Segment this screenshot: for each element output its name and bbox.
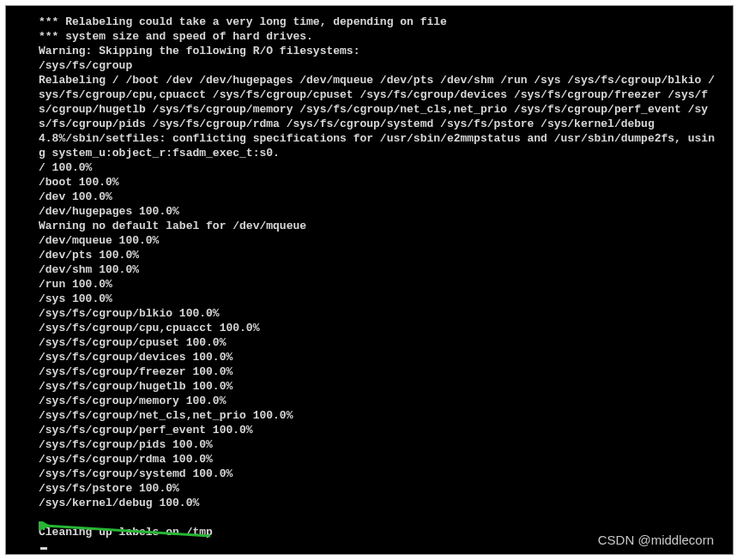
terminal-line: /sys/fs/cgroup/cpu,cpuacct 100.0% xyxy=(39,321,721,335)
terminal-line: *** system size and speed of hard drives… xyxy=(39,29,721,44)
terminal-line: /sys/fs/cgroup/hugetlb 100.0% xyxy=(39,379,721,394)
terminal-line: /sys/fs/cgroup/net_cls,net_prio 100.0% xyxy=(39,408,721,423)
terminal-line: /sys/kernel/debug 100.0% xyxy=(39,496,721,510)
terminal-line: /sys/fs/cgroup/devices 100.0% xyxy=(39,350,721,364)
terminal-line: /sys/fs/cgroup/freezer 100.0% xyxy=(39,364,721,379)
terminal-line: /dev/hugepages 100.0% xyxy=(39,204,721,219)
terminal-line: /sys/fs/cgroup/perf_event 100.0% xyxy=(39,423,721,437)
terminal-line xyxy=(39,510,721,525)
terminal-line: /run 100.0% xyxy=(39,277,721,292)
terminal-line: /dev/mqueue 100.0% xyxy=(39,233,721,248)
terminal-line: /dev/pts 100.0% xyxy=(39,248,721,262)
terminal-line: Warning: Skipping the following R/O file… xyxy=(39,44,721,58)
terminal-line: /sys/fs/cgroup/memory 100.0% xyxy=(39,394,721,408)
terminal-line: /dev/shm 100.0% xyxy=(39,262,721,277)
terminal-window: *** Relabeling could take a very long ti… xyxy=(5,5,734,555)
terminal-line: /sys/fs/cgroup/cpuset 100.0% xyxy=(39,335,721,350)
terminal-line: /sys/fs/cgroup/pids 100.0% xyxy=(39,437,721,452)
terminal-line: /boot 100.0% xyxy=(39,175,721,190)
terminal-line: /sys/fs/cgroup xyxy=(39,58,721,73)
terminal-line: /sys/fs/cgroup/systemd 100.0% xyxy=(39,467,721,481)
terminal-line: /sys/fs/cgroup/blkio 100.0% xyxy=(39,306,721,321)
terminal-line: /dev 100.0% xyxy=(39,190,721,204)
terminal-line: / 100.0% xyxy=(39,160,721,175)
terminal-line: Warning no default label for /dev/mqueue xyxy=(39,219,721,233)
terminal-line: /sys/fs/pstore 100.0% xyxy=(39,481,721,496)
terminal-line: 4.8%/sbin/setfiles: conflicting specific… xyxy=(39,131,721,160)
terminal-line: Relabeling / /boot /dev /dev/hugepages /… xyxy=(39,73,721,131)
terminal-line: *** Relabeling could take a very long ti… xyxy=(39,15,721,29)
terminal-line: /sys 100.0% xyxy=(39,292,721,306)
terminal-output[interactable]: *** Relabeling could take a very long ti… xyxy=(6,6,733,554)
terminal-line: /sys/fs/cgroup/rdma 100.0% xyxy=(39,452,721,467)
watermark-text: CSDN @middlecorn xyxy=(598,533,714,547)
